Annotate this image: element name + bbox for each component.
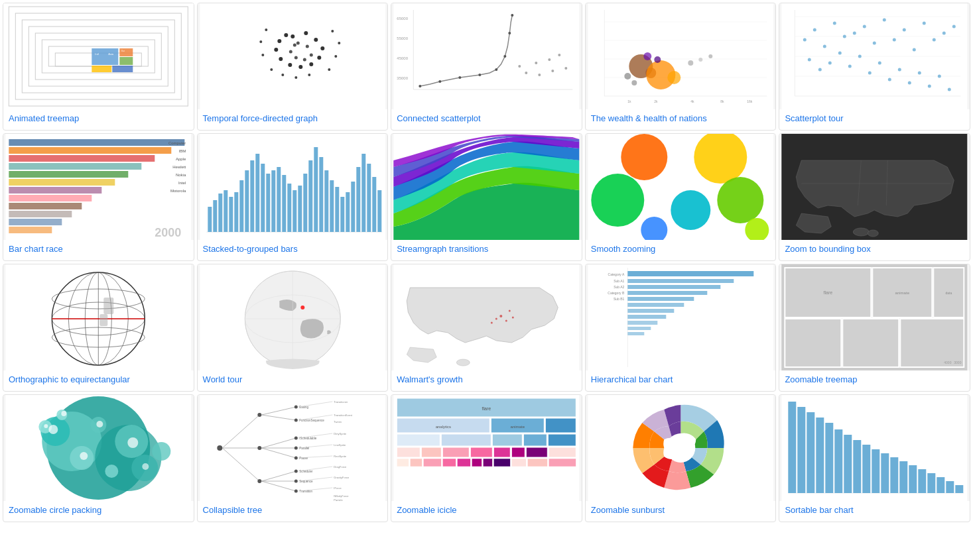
svg-point-39 <box>334 55 337 58</box>
thumb-collapsible-tree: Easing FunctionSequence ISchedulable Par… <box>198 395 388 501</box>
svg-rect-348 <box>397 459 409 467</box>
thumb-stacked-grouped <box>198 134 388 240</box>
thumb-wealth-health: 1k 2k 4k 8k 16k <box>586 3 776 109</box>
svg-point-120 <box>838 52 842 55</box>
thumb-zoomable-treemap: flare animate data 4000 3000 <box>779 264 970 370</box>
svg-point-123 <box>868 72 872 75</box>
svg-point-29 <box>284 33 288 37</box>
svg-point-277 <box>44 424 48 428</box>
svg-rect-369 <box>816 418 824 493</box>
svg-text:65000: 65000 <box>397 17 408 21</box>
card-hierarchical-bar[interactable]: Category A Sub A1 Sub A2 Category B Sub … <box>585 264 777 392</box>
card-orthographic[interactable]: Orthographic to equirectangular <box>3 264 194 392</box>
svg-rect-375 <box>872 449 880 493</box>
svg-point-88 <box>654 56 661 63</box>
svg-text:Tween: Tween <box>334 420 342 423</box>
card-zoomable-circle[interactable]: Zoomable circle packing <box>3 394 194 522</box>
svg-text:Category A: Category A <box>608 272 624 276</box>
svg-point-25 <box>288 63 292 67</box>
svg-text:analytics: analytics <box>436 425 451 429</box>
svg-point-118 <box>818 68 822 72</box>
card-walmart-growth[interactable]: Walmart's growth <box>391 264 582 392</box>
svg-text:Sub A1: Sub A1 <box>614 279 624 283</box>
svg-point-223 <box>499 315 502 317</box>
card-smooth-zooming[interactable]: Smooth zooming <box>585 133 777 261</box>
svg-point-64 <box>538 74 541 76</box>
thumb-zoomable-icicle: flare analytics animate <box>391 395 582 501</box>
label-orthographic: Orthographic to equirectangular <box>3 370 194 391</box>
svg-rect-349 <box>410 459 422 467</box>
label-zoomable-sunburst: Zoomable sunburst <box>586 501 776 522</box>
svg-rect-335 <box>397 434 440 446</box>
card-stacked-grouped[interactable]: Stacked-to-grouped bars <box>197 133 389 261</box>
svg-rect-358 <box>549 459 576 467</box>
svg-point-27 <box>274 48 278 52</box>
svg-point-26 <box>279 57 283 61</box>
svg-text:2k: 2k <box>654 99 658 103</box>
svg-point-46 <box>294 76 297 79</box>
label-bar-chart-race: Bar chart race <box>3 240 194 260</box>
label-connected-scatter: Connected scatterplot <box>391 109 582 130</box>
svg-point-111 <box>903 28 906 32</box>
svg-rect-241 <box>627 332 644 335</box>
svg-point-60 <box>503 55 506 58</box>
svg-point-193 <box>671 190 710 230</box>
card-zoomable-treemap[interactable]: flare animate data 4000 3000 Zoomable tr… <box>779 264 970 392</box>
card-streamgraph[interactable]: Streamgraph transitions <box>391 133 582 261</box>
svg-rect-173 <box>303 174 307 232</box>
svg-rect-187 <box>377 190 381 232</box>
svg-text:animate: animate <box>511 425 525 429</box>
svg-text:Computer: Computer <box>168 141 186 145</box>
svg-point-91 <box>708 54 712 58</box>
card-bar-chart-race[interactable]: Computer IBM Apple Hewlett Nokia Intel M… <box>3 133 194 261</box>
svg-text:55000: 55000 <box>397 36 408 40</box>
svg-rect-334 <box>545 418 576 433</box>
card-collapsible-tree[interactable]: Easing FunctionSequence ISchedulable Par… <box>197 394 389 522</box>
svg-point-278 <box>142 463 149 470</box>
svg-rect-343 <box>470 447 492 457</box>
card-temporal-force[interactable]: Temporal force-directed graph <box>197 3 389 131</box>
svg-rect-380 <box>919 469 927 493</box>
card-animated-treemap[interactable]: Intl Asia Eur Animated treemap <box>3 3 194 131</box>
svg-point-112 <box>913 48 916 52</box>
svg-text:IBM: IBM <box>179 149 186 153</box>
card-zoom-bounding[interactable]: Zoom to bounding box <box>779 133 970 261</box>
svg-text:1k: 1k <box>627 99 631 103</box>
svg-text:Sub A2: Sub A2 <box>614 285 624 289</box>
svg-rect-48 <box>393 3 579 109</box>
svg-rect-346 <box>526 447 547 457</box>
svg-text:DragForce: DragForce <box>334 465 347 469</box>
label-scatterplot-tour: Scatterplot tour <box>779 109 970 130</box>
svg-rect-251 <box>785 319 842 367</box>
svg-point-105 <box>843 35 846 38</box>
card-wealth-health[interactable]: 1k 2k 4k 8k 16k <box>585 3 777 131</box>
svg-rect-141 <box>9 203 82 209</box>
card-scatterplot-tour[interactable]: Scatterplot tour <box>779 3 970 131</box>
card-zoomable-icicle[interactable]: flare analytics animate Zoomable icicle <box>391 394 582 522</box>
svg-rect-370 <box>826 423 834 493</box>
svg-point-21 <box>320 46 324 50</box>
svg-point-122 <box>858 55 862 58</box>
svg-rect-179 <box>335 187 339 232</box>
card-sortable-bar[interactable]: Sortable bar chart <box>779 394 970 522</box>
svg-rect-174 <box>308 160 312 232</box>
svg-rect-185 <box>367 164 371 232</box>
svg-rect-136 <box>9 163 141 170</box>
svg-rect-368 <box>807 412 815 493</box>
card-zoomable-sunburst[interactable]: Zoomable sunburst <box>585 394 777 522</box>
label-temporal-force: Temporal force-directed graph <box>198 109 388 130</box>
svg-rect-137 <box>9 171 128 178</box>
svg-rect-169 <box>282 175 286 232</box>
thumb-orthographic <box>3 264 194 370</box>
svg-rect-184 <box>361 154 365 232</box>
card-connected-scatter[interactable]: 65000 55000 45000 35000 <box>391 3 582 131</box>
svg-rect-167 <box>271 170 275 232</box>
label-smooth-zooming: Smooth zooming <box>586 240 776 260</box>
svg-point-44 <box>270 68 273 71</box>
svg-rect-347 <box>549 447 576 457</box>
svg-text:data: data <box>946 291 952 295</box>
label-world-tour: World tour <box>198 370 388 391</box>
svg-rect-351 <box>442 459 456 467</box>
label-collapsible-tree: Collapsible tree <box>198 501 388 522</box>
card-world-tour[interactable]: World tour <box>197 264 389 392</box>
